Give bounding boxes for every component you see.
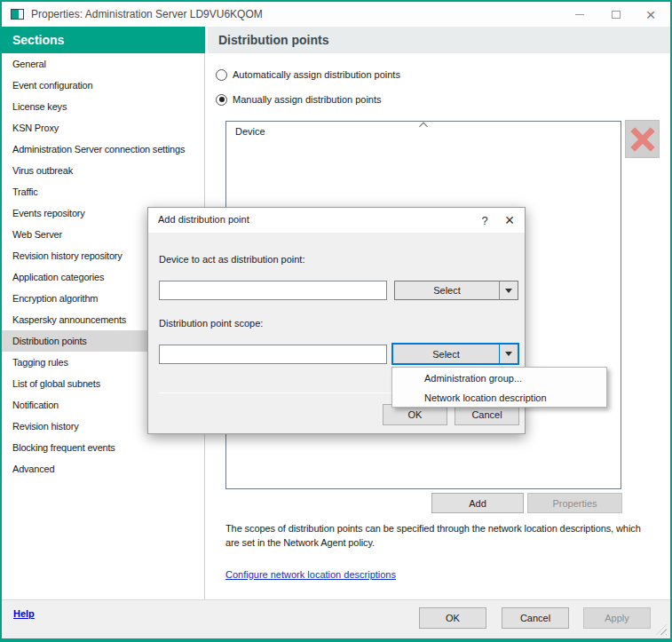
radio-manually-assign[interactable]: Manually assign distribution points — [216, 92, 382, 107]
radio-automatically-assign-label: Automatically assign distribution points — [233, 69, 400, 80]
scope-info-text: The scopes of distribution points can be… — [225, 521, 650, 550]
close-button[interactable]: × — [633, 2, 668, 27]
minimize-icon — [575, 14, 584, 15]
scope-input[interactable] — [159, 345, 387, 364]
dialog-close-button[interactable]: × — [494, 208, 525, 233]
title-bar: Properties: Administration Server LD9VU6… — [2, 2, 670, 27]
scope-field-label: Distribution point scope: — [159, 318, 263, 329]
maximize-button[interactable] — [598, 2, 634, 27]
sort-ascending-icon — [419, 123, 428, 131]
app-icon — [11, 9, 24, 20]
sidebar-item-blocking-frequent-events[interactable]: Blocking frequent events — [2, 437, 204, 458]
device-select-label: Select — [395, 281, 499, 299]
cancel-button[interactable]: Cancel — [502, 607, 569, 629]
scope-select-menu: Administration group... Network location… — [391, 367, 607, 408]
sidebar-item-ksn-proxy[interactable]: KSN Proxy — [2, 117, 204, 139]
add-button[interactable]: Add — [431, 493, 524, 513]
radio-unchecked-icon — [216, 69, 227, 81]
scope-select-button[interactable]: Select — [391, 343, 519, 365]
resize-grip[interactable] — [656, 624, 667, 635]
sidebar-item-virus-outbreak[interactable]: Virus outbreak — [2, 160, 204, 181]
sidebar-item-general[interactable]: General — [2, 53, 204, 75]
sidebar-item-event-configuration[interactable]: Event configuration — [2, 75, 204, 96]
apply-button: Apply — [583, 607, 651, 629]
minimize-button[interactable] — [562, 2, 597, 27]
close-icon: × — [645, 6, 655, 23]
window-title: Properties: Administration Server LD9VU6… — [31, 8, 263, 20]
sidebar-item-traffic[interactable]: Traffic — [2, 181, 204, 202]
configure-network-locations-link[interactable]: Configure network location descriptions — [225, 569, 396, 580]
help-link[interactable]: Help — [13, 608, 35, 619]
dialog-title: Add distribution point — [158, 214, 249, 225]
menu-item-administration-group[interactable]: Administration group... — [392, 369, 606, 388]
dialog-title-bar: Add distribution point ? × — [148, 208, 525, 233]
maximize-icon — [612, 11, 621, 19]
menu-item-network-location-description[interactable]: Network location description — [392, 388, 606, 408]
device-field-label: Device to act as distribution point: — [159, 254, 304, 265]
chevron-down-icon — [505, 289, 512, 293]
device-select-dropdown[interactable] — [499, 281, 518, 299]
radio-checked-icon — [216, 94, 227, 106]
device-select-button[interactable]: Select — [394, 281, 518, 300]
remove-device-button[interactable] — [625, 120, 660, 158]
radio-automatically-assign[interactable]: Automatically assign distribution points — [216, 67, 400, 82]
chevron-down-icon — [505, 352, 512, 356]
scope-select-dropdown[interactable] — [499, 345, 518, 363]
device-column-header[interactable]: Device — [226, 122, 621, 141]
page-title: Distribution points — [208, 27, 670, 53]
footer-bar: Help OK Cancel Apply — [2, 599, 670, 638]
radio-manually-assign-label: Manually assign distribution points — [233, 94, 382, 105]
sections-header: Sections — [2, 27, 205, 53]
scope-select-label: Select — [393, 345, 499, 363]
sidebar-item-admin-server-connection-settings[interactable]: Administration Server connection setting… — [2, 139, 204, 160]
delete-x-icon — [626, 121, 659, 157]
ok-button[interactable]: OK — [419, 607, 486, 629]
properties-window: Properties: Administration Server LD9VU6… — [0, 0, 672, 642]
device-input[interactable] — [159, 281, 387, 300]
sidebar-item-advanced[interactable]: Advanced — [2, 458, 204, 480]
sidebar-item-license-keys[interactable]: License keys — [2, 96, 204, 117]
properties-button: Properties — [527, 493, 622, 513]
